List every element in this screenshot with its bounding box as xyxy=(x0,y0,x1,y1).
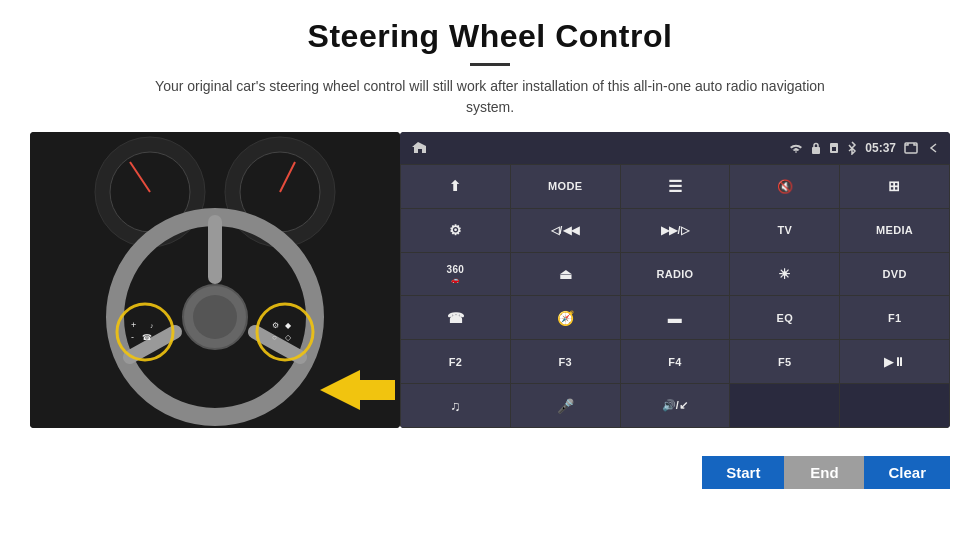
svg-rect-24 xyxy=(812,147,820,154)
btn-apps[interactable]: ⊞ xyxy=(840,165,949,208)
btn-volume-phone[interactable]: 🔊/↙ xyxy=(621,384,730,427)
start-button[interactable]: Start xyxy=(702,456,784,489)
btn-tv[interactable]: TV xyxy=(730,209,839,252)
panel-grid: ⬆ MODE ☰ 🔇 ⊞ ⚙ ◁/◀◀ ▶▶/▷ TV MEDIA 360🚗 ⏏… xyxy=(400,164,950,428)
btn-phone[interactable]: ☎ xyxy=(401,296,510,339)
back-icon xyxy=(926,142,940,154)
steering-image: + - ☎ ♪ ⚙ ◆ ○ ◇ xyxy=(30,132,400,452)
panel-topbar: 05:37 xyxy=(400,132,950,164)
btn-eject[interactable]: ⏏ xyxy=(511,253,620,296)
btn-mode[interactable]: MODE xyxy=(511,165,620,208)
svg-point-12 xyxy=(193,295,237,339)
svg-text:⚙: ⚙ xyxy=(272,321,279,330)
svg-text:♪: ♪ xyxy=(150,322,154,329)
topbar-right: 05:37 xyxy=(789,141,940,155)
home-icon xyxy=(410,140,426,156)
btn-next[interactable]: ▶▶/▷ xyxy=(621,209,730,252)
btn-nav[interactable]: 🧭 xyxy=(511,296,620,339)
btn-radio[interactable]: RADIO xyxy=(621,253,730,296)
btn-f1[interactable]: F1 xyxy=(840,296,949,339)
page-title: Steering Wheel Control xyxy=(30,18,950,55)
btn-media[interactable]: MEDIA xyxy=(840,209,949,252)
bottom-bar: Start End Clear xyxy=(30,456,950,489)
svg-text:◇: ◇ xyxy=(285,333,292,342)
svg-text:☎: ☎ xyxy=(142,333,152,342)
btn-empty2 xyxy=(840,384,949,427)
btn-settings[interactable]: ⚙ xyxy=(401,209,510,252)
btn-dvd[interactable]: DVD xyxy=(840,253,949,296)
btn-mute[interactable]: 🔇 xyxy=(730,165,839,208)
steering-bg: + - ☎ ♪ ⚙ ◆ ○ ◇ xyxy=(30,132,400,428)
btn-f3[interactable]: F3 xyxy=(511,340,620,383)
page-wrapper: Steering Wheel Control Your original car… xyxy=(0,0,980,544)
svg-text:◆: ◆ xyxy=(285,321,292,330)
wifi-icon xyxy=(789,142,803,154)
clear-button[interactable]: Clear xyxy=(864,456,950,489)
btn-mic[interactable]: 🎤 xyxy=(511,384,620,427)
btn-f2[interactable]: F2 xyxy=(401,340,510,383)
bluetooth-icon xyxy=(847,141,857,155)
title-divider xyxy=(470,63,510,66)
btn-empty1 xyxy=(730,384,839,427)
title-section: Steering Wheel Control Your original car… xyxy=(30,18,950,132)
btn-f4[interactable]: F4 xyxy=(621,340,730,383)
btn-prev[interactable]: ◁/◀◀ xyxy=(511,209,620,252)
topbar-left xyxy=(410,140,426,156)
svg-text:-: - xyxy=(131,332,134,342)
control-panel: 05:37 ⬆ MODE ☰ xyxy=(400,132,950,428)
svg-rect-26 xyxy=(832,147,836,151)
end-button[interactable]: End xyxy=(784,456,864,489)
btn-brightness[interactable]: ☀ xyxy=(730,253,839,296)
content-row: + - ☎ ♪ ⚙ ◆ ○ ◇ xyxy=(30,132,950,452)
btn-music[interactable]: ♫ xyxy=(401,384,510,427)
screenshot-icon xyxy=(904,142,918,154)
svg-text:+: + xyxy=(131,320,136,330)
btn-playpause[interactable]: ▶⏸ xyxy=(840,340,949,383)
btn-eq[interactable]: EQ xyxy=(730,296,839,339)
lock-icon xyxy=(811,142,821,154)
subtitle: Your original car's steering wheel contr… xyxy=(150,76,830,118)
btn-f5[interactable]: F5 xyxy=(730,340,839,383)
sim-icon xyxy=(829,142,839,154)
svg-text:○: ○ xyxy=(272,333,277,342)
btn-360[interactable]: 360🚗 xyxy=(401,253,510,296)
btn-menu[interactable]: ☰ xyxy=(621,165,730,208)
btn-navigate[interactable]: ⬆ xyxy=(401,165,510,208)
time-display: 05:37 xyxy=(865,141,896,155)
btn-screen[interactable]: ▬ xyxy=(621,296,730,339)
